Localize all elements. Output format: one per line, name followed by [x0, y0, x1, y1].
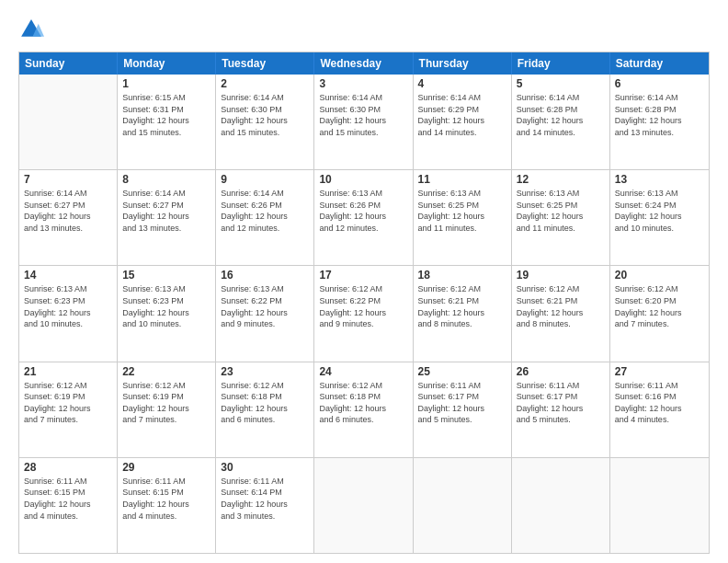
- calendar: SundayMondayTuesdayWednesdayThursdayFrid…: [18, 52, 710, 554]
- calendar-row: 7Sunrise: 6:14 AM Sunset: 6:27 PM Daylig…: [19, 169, 709, 265]
- calendar-cell: 18Sunrise: 6:12 AM Sunset: 6:21 PM Dayli…: [414, 266, 512, 361]
- day-info: Sunrise: 6:14 AM Sunset: 6:30 PM Dayligh…: [319, 92, 407, 138]
- calendar-cell: 17Sunrise: 6:12 AM Sunset: 6:22 PM Dayli…: [314, 266, 413, 361]
- calendar-cell: 24Sunrise: 6:12 AM Sunset: 6:18 PM Dayli…: [314, 362, 413, 457]
- day-number: 26: [517, 365, 605, 378]
- calendar-cell: [610, 458, 709, 553]
- calendar-cell: 4Sunrise: 6:14 AM Sunset: 6:29 PM Daylig…: [414, 75, 512, 169]
- calendar-cell: 15Sunrise: 6:13 AM Sunset: 6:23 PM Dayli…: [118, 266, 216, 361]
- day-number: 25: [418, 365, 506, 378]
- day-number: 4: [418, 77, 506, 90]
- weekday-header: Saturday: [610, 52, 709, 75]
- calendar-row: 21Sunrise: 6:12 AM Sunset: 6:19 PM Dayli…: [19, 362, 709, 457]
- day-number: 24: [319, 365, 407, 378]
- day-number: 14: [24, 269, 112, 282]
- day-info: Sunrise: 6:14 AM Sunset: 6:26 PM Dayligh…: [221, 188, 309, 234]
- calendar-cell: 23Sunrise: 6:12 AM Sunset: 6:18 PM Dayli…: [216, 362, 314, 457]
- day-info: Sunrise: 6:11 AM Sunset: 6:15 PM Dayligh…: [122, 476, 210, 522]
- day-info: Sunrise: 6:13 AM Sunset: 6:26 PM Dayligh…: [319, 188, 407, 234]
- calendar-cell: 7Sunrise: 6:14 AM Sunset: 6:27 PM Daylig…: [19, 170, 118, 265]
- calendar-cell: 1Sunrise: 6:15 AM Sunset: 6:31 PM Daylig…: [118, 75, 216, 169]
- day-number: 21: [24, 365, 112, 378]
- day-number: 9: [221, 173, 309, 186]
- weekday-header: Sunday: [19, 52, 118, 75]
- day-number: 11: [418, 173, 506, 186]
- day-info: Sunrise: 6:12 AM Sunset: 6:21 PM Dayligh…: [418, 283, 506, 329]
- calendar-cell: 19Sunrise: 6:12 AM Sunset: 6:21 PM Dayli…: [512, 266, 610, 361]
- day-number: 23: [221, 365, 309, 378]
- header: [18, 17, 710, 42]
- day-info: Sunrise: 6:12 AM Sunset: 6:19 PM Dayligh…: [122, 380, 210, 426]
- day-info: Sunrise: 6:12 AM Sunset: 6:20 PM Dayligh…: [615, 283, 704, 329]
- day-number: 5: [517, 77, 605, 90]
- day-number: 29: [122, 461, 210, 474]
- day-number: 10: [319, 173, 407, 186]
- day-number: 28: [24, 461, 112, 474]
- day-info: Sunrise: 6:12 AM Sunset: 6:22 PM Dayligh…: [319, 283, 407, 329]
- day-info: Sunrise: 6:13 AM Sunset: 6:22 PM Dayligh…: [221, 283, 309, 329]
- day-info: Sunrise: 6:14 AM Sunset: 6:27 PM Dayligh…: [122, 188, 210, 234]
- calendar-row: 14Sunrise: 6:13 AM Sunset: 6:23 PM Dayli…: [19, 265, 709, 361]
- weekday-header: Monday: [118, 52, 216, 75]
- day-info: Sunrise: 6:14 AM Sunset: 6:27 PM Dayligh…: [24, 188, 112, 234]
- day-number: 27: [615, 365, 704, 378]
- day-number: 17: [319, 269, 407, 282]
- day-info: Sunrise: 6:12 AM Sunset: 6:18 PM Dayligh…: [319, 380, 407, 426]
- day-info: Sunrise: 6:11 AM Sunset: 6:17 PM Dayligh…: [517, 380, 605, 426]
- logo-icon: [18, 17, 44, 42]
- day-info: Sunrise: 6:11 AM Sunset: 6:14 PM Dayligh…: [221, 476, 309, 522]
- calendar-cell: [414, 458, 512, 553]
- day-info: Sunrise: 6:11 AM Sunset: 6:16 PM Dayligh…: [615, 380, 704, 426]
- calendar-cell: 16Sunrise: 6:13 AM Sunset: 6:22 PM Dayli…: [216, 266, 314, 361]
- day-number: 6: [615, 77, 704, 90]
- calendar-cell: [512, 458, 610, 553]
- logo: [18, 17, 48, 42]
- day-info: Sunrise: 6:13 AM Sunset: 6:25 PM Dayligh…: [418, 188, 506, 234]
- calendar-cell: 2Sunrise: 6:14 AM Sunset: 6:30 PM Daylig…: [216, 75, 314, 169]
- calendar-cell: 12Sunrise: 6:13 AM Sunset: 6:25 PM Dayli…: [512, 170, 610, 265]
- day-info: Sunrise: 6:14 AM Sunset: 6:28 PM Dayligh…: [615, 92, 704, 138]
- day-info: Sunrise: 6:13 AM Sunset: 6:24 PM Dayligh…: [615, 188, 704, 234]
- calendar-cell: [19, 75, 118, 169]
- weekday-header: Friday: [512, 52, 610, 75]
- calendar-cell: 3Sunrise: 6:14 AM Sunset: 6:30 PM Daylig…: [314, 75, 413, 169]
- day-number: 30: [221, 461, 309, 474]
- calendar-cell: 13Sunrise: 6:13 AM Sunset: 6:24 PM Dayli…: [610, 170, 709, 265]
- day-number: 16: [221, 269, 309, 282]
- day-info: Sunrise: 6:15 AM Sunset: 6:31 PM Dayligh…: [122, 92, 210, 138]
- calendar-cell: 27Sunrise: 6:11 AM Sunset: 6:16 PM Dayli…: [610, 362, 709, 457]
- calendar-cell: 14Sunrise: 6:13 AM Sunset: 6:23 PM Dayli…: [19, 266, 118, 361]
- calendar-body: 1Sunrise: 6:15 AM Sunset: 6:31 PM Daylig…: [19, 75, 709, 553]
- calendar-cell: 29Sunrise: 6:11 AM Sunset: 6:15 PM Dayli…: [118, 458, 216, 553]
- calendar-cell: 20Sunrise: 6:12 AM Sunset: 6:20 PM Dayli…: [610, 266, 709, 361]
- day-number: 3: [319, 77, 407, 90]
- weekday-header: Thursday: [414, 52, 512, 75]
- day-number: 19: [517, 269, 605, 282]
- day-number: 18: [418, 269, 506, 282]
- calendar-cell: 25Sunrise: 6:11 AM Sunset: 6:17 PM Dayli…: [414, 362, 512, 457]
- weekday-header: Tuesday: [216, 52, 314, 75]
- day-info: Sunrise: 6:11 AM Sunset: 6:15 PM Dayligh…: [24, 476, 112, 522]
- calendar-cell: 11Sunrise: 6:13 AM Sunset: 6:25 PM Dayli…: [414, 170, 512, 265]
- day-info: Sunrise: 6:14 AM Sunset: 6:29 PM Dayligh…: [418, 92, 506, 138]
- calendar-cell: 21Sunrise: 6:12 AM Sunset: 6:19 PM Dayli…: [19, 362, 118, 457]
- day-info: Sunrise: 6:12 AM Sunset: 6:19 PM Dayligh…: [24, 380, 112, 426]
- calendar-row: 28Sunrise: 6:11 AM Sunset: 6:15 PM Dayli…: [19, 457, 709, 553]
- day-info: Sunrise: 6:13 AM Sunset: 6:25 PM Dayligh…: [517, 188, 605, 234]
- calendar-cell: 9Sunrise: 6:14 AM Sunset: 6:26 PM Daylig…: [216, 170, 314, 265]
- day-number: 22: [122, 365, 210, 378]
- calendar-header: SundayMondayTuesdayWednesdayThursdayFrid…: [19, 52, 709, 75]
- day-info: Sunrise: 6:13 AM Sunset: 6:23 PM Dayligh…: [122, 283, 210, 329]
- day-number: 15: [122, 269, 210, 282]
- calendar-cell: 5Sunrise: 6:14 AM Sunset: 6:28 PM Daylig…: [512, 75, 610, 169]
- day-info: Sunrise: 6:14 AM Sunset: 6:28 PM Dayligh…: [517, 92, 605, 138]
- day-number: 1: [122, 77, 210, 90]
- day-info: Sunrise: 6:12 AM Sunset: 6:18 PM Dayligh…: [221, 380, 309, 426]
- calendar-cell: 28Sunrise: 6:11 AM Sunset: 6:15 PM Dayli…: [19, 458, 118, 553]
- day-number: 7: [24, 173, 112, 186]
- page: SundayMondayTuesdayWednesdayThursdayFrid…: [0, 0, 728, 563]
- day-number: 20: [615, 269, 704, 282]
- day-info: Sunrise: 6:12 AM Sunset: 6:21 PM Dayligh…: [517, 283, 605, 329]
- day-info: Sunrise: 6:13 AM Sunset: 6:23 PM Dayligh…: [24, 283, 112, 329]
- calendar-cell: 6Sunrise: 6:14 AM Sunset: 6:28 PM Daylig…: [610, 75, 709, 169]
